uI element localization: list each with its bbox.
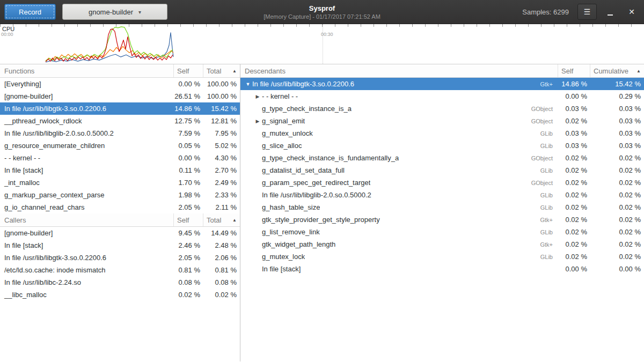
timeline-label-mid: 00:30 xyxy=(321,32,333,37)
functions-header-row: Functions Self Total ▲ xyxy=(0,64,240,78)
table-row[interactable]: In file [stack]2.46 %2.48 % xyxy=(0,239,240,252)
table-row[interactable]: - - kernel - -0.00 %4.30 % xyxy=(0,152,240,164)
category-label: GLib xyxy=(535,192,558,198)
function-name: In file /usr/lib/libglib-2.0.so.0.5000.2 xyxy=(262,191,371,199)
table-row[interactable]: /etc/ld.so.cache: inode mismatch0.81 %0.… xyxy=(0,264,240,276)
headerbar-right: Samples: 6299 ☰ ✕ xyxy=(522,4,640,20)
self-value: 0.02 % xyxy=(558,216,590,224)
cumulative-value: 0.00 % xyxy=(590,265,644,273)
table-row[interactable]: g_io_channel_read_chars2.05 %2.11 % xyxy=(0,201,240,213)
tree-indent xyxy=(240,207,253,208)
column-header-self[interactable]: Self xyxy=(174,64,203,77)
table-row[interactable]: In file /usr/lib/libglib-2.0.so.0.5000.2… xyxy=(0,127,240,139)
table-row[interactable]: [gnome-builder]9.45 %14.49 % xyxy=(0,227,240,239)
descendants-header-row: Descendants Self Cumulative ▲ xyxy=(240,64,644,78)
table-row[interactable]: g_mutex_lockGLib0.02 %0.02 % xyxy=(240,250,644,263)
process-selector-dropdown[interactable]: gnome-builder ▾ xyxy=(62,4,167,20)
tree-indent xyxy=(240,170,253,171)
table-row[interactable]: ▶g_signal_emitGObject0.02 %0.03 % xyxy=(240,115,644,127)
table-row[interactable]: [Everything]0.00 %100.00 % xyxy=(0,78,240,90)
function-name: g_hash_table_size xyxy=(262,203,320,211)
table-row[interactable]: __pthread_rwlock_rdlock12.75 %12.81 % xyxy=(0,115,240,127)
table-row[interactable]: gtk_widget_path_lengthGtk+0.02 %0.02 % xyxy=(240,238,644,250)
column-header-label: Cumulative xyxy=(594,67,628,75)
headerbar: Record gnome-builder ▾ Sysprof [Memory C… xyxy=(0,0,644,24)
tree-indent xyxy=(240,133,253,134)
tree-cell: g_hash_table_sizeGLib xyxy=(240,203,558,211)
column-header-self[interactable]: Self xyxy=(174,213,203,226)
cumulative-value: 0.02 % xyxy=(590,203,644,211)
callers-list: [gnome-builder]9.45 %14.49 %In file [sta… xyxy=(0,227,240,301)
table-row[interactable]: ▼In file /usr/lib/libgtk-3.so.0.2200.6Gt… xyxy=(240,78,644,90)
table-row[interactable]: g_param_spec_get_redirect_targetGObject0… xyxy=(240,176,644,189)
self-value: 0.02 % xyxy=(558,166,590,174)
table-row[interactable]: g_type_check_instance_is_fundamentally_a… xyxy=(240,152,644,164)
chevron-down-icon: ▾ xyxy=(138,9,141,15)
table-row[interactable]: g_markup_parse_context_parse1.98 %2.33 % xyxy=(0,189,240,201)
tree-cell: g_datalist_id_set_data_fullGLib xyxy=(240,166,558,174)
total-value: 2.48 % xyxy=(203,241,240,249)
table-row[interactable]: In file [stack]0.11 %2.70 % xyxy=(0,164,240,176)
table-row[interactable]: g_slice_allocGLib0.03 %0.03 % xyxy=(240,139,644,152)
self-value: 1.98 % xyxy=(174,191,203,199)
table-row[interactable]: _int_malloc1.70 %2.49 % xyxy=(0,176,240,189)
column-header-self[interactable]: Self xyxy=(558,64,590,77)
self-value: 7.59 % xyxy=(174,129,203,137)
column-header-descendants[interactable]: Descendants xyxy=(240,64,558,77)
cumulative-value: 0.03 % xyxy=(590,105,644,113)
self-value: 0.02 % xyxy=(558,179,590,187)
table-row[interactable]: [gnome-builder]26.51 %100.00 % xyxy=(0,90,240,102)
tree-indent xyxy=(240,96,253,97)
column-header-total[interactable]: Total ▲ xyxy=(203,64,240,77)
function-name: g_mutex_unlock xyxy=(262,129,313,137)
column-header-label: Self xyxy=(177,67,189,75)
function-name: _int_malloc xyxy=(0,179,174,187)
tree-cell: In file /usr/lib/libglib-2.0.so.0.5000.2… xyxy=(240,191,558,199)
table-row[interactable]: g_datalist_id_set_data_fullGLib0.02 %0.0… xyxy=(240,164,644,176)
hamburger-icon: ☰ xyxy=(584,8,591,16)
cumulative-value: 0.03 % xyxy=(590,129,644,137)
table-row[interactable]: gtk_style_provider_get_style_propertyGtk… xyxy=(240,213,644,226)
tree-indent xyxy=(240,232,253,232)
self-value: 0.02 % xyxy=(558,154,590,162)
total-value: 0.08 % xyxy=(203,278,240,286)
tree-cell: g_type_check_instance_is_aGObject xyxy=(240,105,558,113)
function-name: In file /usr/lib/libgtk-3.so.0.2200.6 xyxy=(252,80,354,88)
self-value: 2.05 % xyxy=(174,254,203,262)
category-label: GObject xyxy=(526,180,558,186)
table-row[interactable]: In file /usr/lib/libgtk-3.so.0.2200.62.0… xyxy=(0,252,240,264)
table-row[interactable]: g_mutex_unlockGLib0.03 %0.03 % xyxy=(240,127,644,139)
table-row[interactable]: g_hash_table_sizeGLib0.02 %0.02 % xyxy=(240,201,644,213)
function-name: gtk_style_provider_get_style_property xyxy=(262,216,380,224)
self-value: 0.03 % xyxy=(558,142,590,150)
table-row[interactable]: In file /usr/lib/libgtk-3.so.0.2200.614.… xyxy=(0,102,240,115)
tree-cell: ▶g_signal_emitGObject xyxy=(240,117,558,125)
expander-icon[interactable]: ▶ xyxy=(253,119,262,124)
category-label: Gtk+ xyxy=(535,81,558,87)
column-header-label: Total xyxy=(207,216,221,224)
self-value: 14.86 % xyxy=(558,80,590,88)
cumulative-value: 0.02 % xyxy=(590,253,644,261)
table-row[interactable]: g_type_check_instance_is_aGObject0.03 %0… xyxy=(240,102,644,115)
expander-icon[interactable]: ▶ xyxy=(253,94,262,99)
column-header-total[interactable]: Total ▲ xyxy=(203,213,240,226)
table-row[interactable]: ▶- - kernel - -0.00 %0.29 % xyxy=(240,90,644,102)
column-header-functions[interactable]: Functions xyxy=(0,64,174,77)
table-row[interactable]: g_list_remove_linkGLib0.02 %0.02 % xyxy=(240,226,644,238)
expander-icon[interactable]: ▼ xyxy=(244,82,252,87)
table-row[interactable]: g_resource_enumerate_children0.05 %5.02 … xyxy=(0,139,240,152)
cpu-graph[interactable]: CPU 00:00 00:30 xyxy=(0,24,644,64)
table-row[interactable]: In file /usr/lib/libglib-2.0.so.0.5000.2… xyxy=(240,189,644,201)
minimize-button[interactable] xyxy=(602,4,618,20)
menu-button[interactable]: ☰ xyxy=(577,4,597,20)
category-label: GLib xyxy=(535,254,558,260)
sort-arrow-icon: ▲ xyxy=(232,69,237,73)
table-row[interactable]: In file /usr/lib/libc-2.24.so0.08 %0.08 … xyxy=(0,276,240,289)
table-row[interactable]: In file [stack]0.00 %0.00 % xyxy=(240,263,644,275)
record-button[interactable]: Record xyxy=(4,4,56,20)
column-header-cumulative[interactable]: Cumulative ▲ xyxy=(590,64,644,77)
category-label: GLib xyxy=(535,167,558,174)
table-row[interactable]: __libc_malloc0.02 %0.02 % xyxy=(0,289,240,301)
close-button[interactable]: ✕ xyxy=(624,4,640,20)
column-header-callers[interactable]: Callers xyxy=(0,213,174,226)
